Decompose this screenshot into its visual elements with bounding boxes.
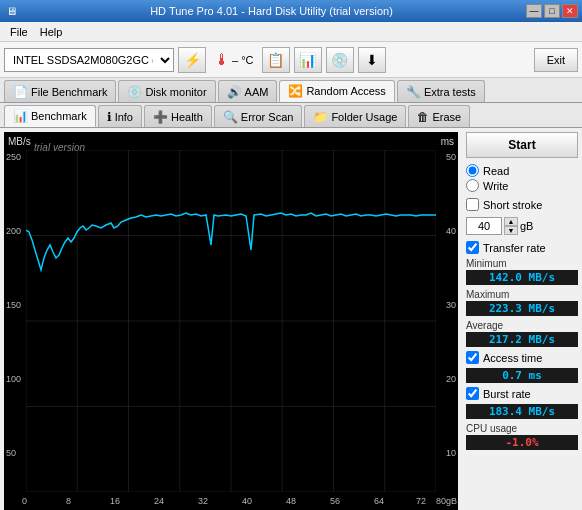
x-label-64: 64 [374,496,384,506]
toolbar: INTEL SSDSA2M080G2GC (80 GB) ⚡ 🌡 – °C 📋 … [0,42,582,78]
start-button[interactable]: Start [466,132,578,158]
window-title: HD Tune Pro 4.01 - Hard Disk Utility (tr… [150,5,393,17]
menu-help[interactable]: Help [34,24,69,40]
maximum-label: Maximum [466,289,578,300]
tab-error-scan[interactable]: 🔍 Error Scan [214,105,303,127]
read-radio-label[interactable]: Read [466,164,578,177]
transfer-rate-checkbox-row[interactable]: Transfer rate [466,241,578,254]
burst-rate-checkbox-row[interactable]: Burst rate [466,387,578,400]
average-label: Average [466,320,578,331]
file-benchmark-icon: 📄 [13,85,28,99]
tab-file-benchmark[interactable]: 📄 File Benchmark [4,80,116,102]
title-bar: 🖥 HD Tune Pro 4.01 - Hard Disk Utility (… [0,0,582,22]
tab-extra-tests[interactable]: 🔧 Extra tests [397,80,485,102]
folder-usage-icon: 📁 [313,110,328,124]
health-icon: ➕ [153,110,168,124]
toolbar-icon-1[interactable]: ⚡ [178,47,206,73]
toolbar-icon-3[interactable]: 📊 [294,47,322,73]
short-stroke-checkbox-row[interactable]: Short stroke [466,198,578,211]
tab-extra-tests-label: Extra tests [424,86,476,98]
access-time-stat: 0.7 ms [466,368,578,383]
short-stroke-label: Short stroke [483,199,542,211]
x-label-24: 24 [154,496,164,506]
tab-health-label: Health [171,111,203,123]
menu-bar: File Help [0,22,582,42]
tab-disk-monitor-label: Disk monitor [145,86,206,98]
minimum-stat: Minimum 142.0 MB/s [466,258,578,285]
drive-selector[interactable]: INTEL SSDSA2M080G2GC (80 GB) [4,48,174,72]
chart-mbs-label: MB/s [8,136,31,147]
y-label-r-10: 10 [446,448,456,458]
toolbar-icon-2[interactable]: 📋 [262,47,290,73]
tab-aam[interactable]: 🔊 AAM [218,80,278,102]
tab-erase[interactable]: 🗑 Erase [408,105,470,127]
y-label-r-30: 30 [446,300,456,310]
extra-tests-icon: 🔧 [406,85,421,99]
random-access-icon: 🔀 [288,84,303,98]
write-radio[interactable] [466,179,479,192]
temp-indicator: 🌡 – °C [210,51,258,69]
burst-rate-checkbox[interactable] [466,387,479,400]
tab-benchmark[interactable]: 📊 Benchmark [4,105,96,127]
spin-up-button[interactable]: ▲ [504,217,518,226]
maximize-button[interactable]: □ [544,4,560,18]
temp-value: – °C [232,54,254,66]
x-label-16: 16 [110,496,120,506]
title-buttons: — □ ✕ [526,4,578,18]
y-label-r-40: 40 [446,226,456,236]
disk-monitor-icon: 💿 [127,85,142,99]
chart-svg [26,150,436,492]
spin-down-button[interactable]: ▼ [504,226,518,235]
tab-disk-monitor[interactable]: 💿 Disk monitor [118,80,215,102]
access-time-checkbox[interactable] [466,351,479,364]
tab-info-label: Info [115,111,133,123]
write-radio-label[interactable]: Write [466,179,578,192]
aam-icon: 🔊 [227,85,242,99]
toolbar-icon-4[interactable]: 💿 [326,47,354,73]
tab-info[interactable]: ℹ Info [98,105,142,127]
app-icon: 🖥 [6,5,17,17]
transfer-rate-label: Transfer rate [483,242,546,254]
tab-folder-usage[interactable]: 📁 Folder Usage [304,105,406,127]
minimize-button[interactable]: — [526,4,542,18]
read-radio[interactable] [466,164,479,177]
access-time-value: 0.7 ms [466,368,578,383]
exit-button[interactable]: Exit [534,48,578,72]
spin-row: ▲ ▼ gB [466,215,578,237]
y-label-150: 150 [6,300,21,310]
main-content: MB/s ms trial version 250 200 150 100 50… [0,128,582,510]
chart-area: MB/s ms trial version 250 200 150 100 50… [4,132,458,510]
tab-file-benchmark-label: File Benchmark [31,86,107,98]
access-time-checkbox-row[interactable]: Access time [466,351,578,364]
error-scan-icon: 🔍 [223,110,238,124]
menu-file[interactable]: File [4,24,34,40]
y-label-250: 250 [6,152,21,162]
read-label: Read [483,165,509,177]
benchmark-icon: 📊 [13,109,28,123]
toolbar-icon-5[interactable]: ⬇ [358,47,386,73]
right-panel: Start Read Write Short stroke ▲ ▼ gB [462,128,582,510]
tab-benchmark-label: Benchmark [31,110,87,122]
y-label-200: 200 [6,226,21,236]
write-label: Write [483,180,508,192]
cpu-label: CPU usage [466,423,578,434]
transfer-rate-checkbox[interactable] [466,241,479,254]
tab-health[interactable]: ➕ Health [144,105,212,127]
thermometer-icon: 🌡 [214,51,230,69]
tab-row-1: 📄 File Benchmark 💿 Disk monitor 🔊 AAM 🔀 … [0,78,582,103]
cpu-value: -1.0% [466,435,578,450]
tab-aam-label: AAM [245,86,269,98]
x-label-8: 8 [66,496,71,506]
spin-unit: gB [520,220,533,232]
maximum-stat: Maximum 223.3 MB/s [466,289,578,316]
erase-icon: 🗑 [417,110,429,124]
cpu-stat: CPU usage -1.0% [466,423,578,450]
spin-input[interactable] [466,217,502,235]
tab-row-2: 📊 Benchmark ℹ Info ➕ Health 🔍 Error Scan… [0,103,582,128]
close-button[interactable]: ✕ [562,4,578,18]
tab-random-access[interactable]: 🔀 Random Access [279,80,394,102]
tab-folder-usage-label: Folder Usage [331,111,397,123]
short-stroke-checkbox[interactable] [466,198,479,211]
x-label-72: 72 [416,496,426,506]
tab-random-access-label: Random Access [306,85,385,97]
